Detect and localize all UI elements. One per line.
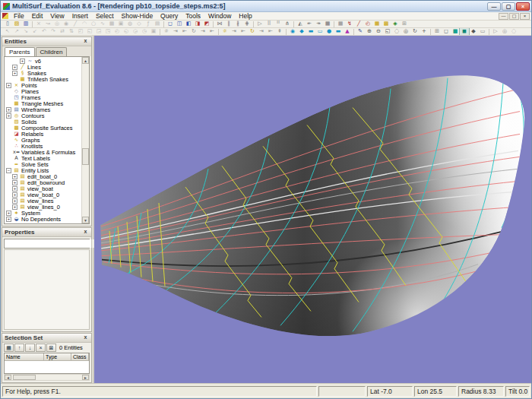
view-layout-single-button[interactable]: ◻: [166, 21, 175, 27]
zoom-in-button[interactable]: ⊕: [365, 28, 374, 35]
view-top-button[interactable]: ▭: [315, 28, 325, 35]
select-pointer-button[interactable]: ▷: [255, 21, 264, 27]
tree-item[interactable]: + ~ v6: [5, 58, 81, 64]
view-side-button[interactable]: ▬: [306, 28, 315, 35]
edit-tool-7-button[interactable]: ⇄: [58, 28, 67, 35]
edit-tool-13-button[interactable]: ◴: [112, 28, 122, 35]
scrollbar-thumb[interactable]: [13, 375, 36, 380]
tree-item[interactable]: ◇ Planes: [5, 88, 81, 94]
pan-view-button[interactable]: +: [420, 28, 429, 35]
tree-expander-icon[interactable]: +: [12, 204, 17, 210]
align-vertical-button[interactable]: ∥: [224, 21, 233, 27]
edit-tool-9-button[interactable]: ◰: [76, 28, 85, 35]
show-list-button[interactable]: ⇤: [266, 28, 275, 35]
remove-item-button[interactable]: ×: [36, 344, 46, 352]
query-point-button[interactable]: ◴: [363, 21, 372, 27]
clear-selection-button[interactable]: ⊠: [46, 344, 56, 352]
tree-scrollbar[interactable]: ▲ ▼: [81, 57, 89, 223]
edit-tool-1-button[interactable]: ↖: [3, 28, 12, 35]
scrollbar-thumb[interactable]: [82, 148, 89, 165]
tree-expander-icon[interactable]: +: [12, 174, 17, 179]
menu-item[interactable]: Show-Hide: [118, 12, 157, 21]
offsets-table-button[interactable]: ▦: [372, 21, 382, 27]
zoom-out-button[interactable]: ⊖: [374, 28, 383, 35]
edit-tool-11-button[interactable]: ◲: [94, 28, 103, 35]
selection-hscrollbar[interactable]: ◄ ►: [4, 374, 90, 381]
tree-expander-icon[interactable]: +: [20, 59, 25, 64]
tree-item[interactable]: + ◒ No Dependents: [5, 216, 81, 222]
save-file-button[interactable]: ▥: [21, 21, 30, 27]
surface-tool-button[interactable]: ◉: [62, 21, 71, 27]
tree-expander-icon[interactable]: +: [12, 186, 17, 192]
background-mode-button[interactable]: ▭: [478, 28, 487, 35]
zoom-window-button[interactable]: ◱: [383, 28, 392, 35]
arc-tool-button[interactable]: ◠: [80, 21, 89, 27]
hide-selected-button[interactable]: ⇥: [171, 28, 180, 35]
circle-tool-button[interactable]: ○: [89, 21, 98, 27]
close-icon[interactable]: x: [82, 38, 89, 45]
label-tool-button[interactable]: ◇: [135, 21, 144, 27]
edit-tool-14-button[interactable]: ◵: [122, 28, 131, 35]
fit-view-button[interactable]: ⋈: [215, 21, 224, 27]
edit-tool-6-button[interactable]: ↷: [49, 28, 58, 35]
view-front-button[interactable]: ◆: [297, 28, 306, 35]
mdi-restore-button[interactable]: ▢: [509, 13, 519, 20]
align-horizontal-button[interactable]: ∦: [233, 21, 242, 27]
menu-item[interactable]: Query: [157, 12, 182, 21]
sketch-pen-button[interactable]: ✎: [356, 28, 365, 35]
scrollbar-track[interactable]: [11, 375, 82, 380]
tree-item[interactable]: + ◎ Contours: [5, 112, 81, 119]
view-home-button[interactable]: ▲: [343, 28, 352, 35]
menu-item[interactable]: Tools: [182, 12, 204, 21]
render-mode-button[interactable]: ◼: [460, 28, 469, 35]
close-icon[interactable]: x: [82, 334, 89, 341]
snake-tool-button[interactable]: ◎: [52, 21, 62, 27]
tree-item[interactable]: ◪ Relabels: [5, 131, 81, 137]
entity-table-button[interactable]: ▦: [336, 21, 345, 27]
select-list-button[interactable]: ▦: [4, 344, 14, 352]
select-all-button[interactable]: ⠛: [274, 21, 283, 27]
tree-expander-icon[interactable]: +: [12, 65, 17, 70]
entities-tab[interactable]: Children: [36, 47, 68, 56]
maximize-button[interactable]: ▢: [502, 2, 515, 11]
edit-tool-12-button[interactable]: ◳: [103, 28, 112, 35]
digitize-button[interactable]: ↯: [345, 21, 354, 27]
view-perspective-button[interactable]: ◉: [288, 28, 297, 35]
menu-item[interactable]: File: [10, 12, 28, 21]
close-icon[interactable]: x: [82, 229, 89, 236]
shaded-mode-button[interactable]: ■: [451, 28, 460, 35]
menu-item[interactable]: Edit: [28, 12, 47, 21]
view-render-window-button[interactable]: ◩: [202, 21, 211, 27]
next-view-button[interactable]: ↠: [314, 21, 323, 27]
report-button[interactable]: ⊞: [400, 21, 409, 27]
show-all-entities-button[interactable]: ☼: [220, 28, 230, 35]
previous-view-button[interactable]: ↞: [305, 21, 314, 27]
grid-snap-button[interactable]: ⋕: [242, 21, 252, 27]
menu-item[interactable]: View: [46, 12, 68, 21]
close-button[interactable]: ×: [516, 2, 530, 11]
scroll-right-icon[interactable]: ►: [82, 375, 89, 380]
view-layout-columns-button[interactable]: ◫: [175, 21, 184, 27]
curve-tool-button[interactable]: ↝: [43, 21, 52, 27]
tree-expander-icon[interactable]: +: [6, 211, 11, 216]
minimize-button[interactable]: —: [487, 2, 501, 11]
scroll-up-icon[interactable]: ▲: [82, 57, 89, 64]
edit-tool-15-button[interactable]: ◶: [131, 28, 140, 35]
texture-mode-button[interactable]: ◆: [469, 28, 478, 35]
move-down-button[interactable]: ↓: [25, 344, 35, 352]
contour-tool-button[interactable]: ◍: [125, 21, 135, 27]
entities-tab[interactable]: Parents: [5, 47, 35, 56]
show-all-button[interactable]: ☼: [162, 28, 171, 35]
viewport-canvas[interactable]: [94, 36, 531, 383]
edit-tool-17-button[interactable]: ▣: [149, 28, 158, 35]
formula-tool-button[interactable]: ƒ: [144, 21, 153, 27]
solid-tool-button[interactable]: ▣: [116, 21, 125, 27]
edit-tool-8-button[interactable]: ⇅: [67, 28, 76, 35]
list-tool-button[interactable]: ▤: [153, 21, 162, 27]
render-viewport[interactable]: [94, 36, 531, 383]
edit-tool-3-button[interactable]: ↘: [21, 28, 30, 35]
hydrostatics-button[interactable]: ▩: [382, 21, 391, 27]
select-fence-button[interactable]: ⠿: [264, 21, 274, 27]
tree-expander-icon[interactable]: +: [6, 113, 11, 119]
view-layout-quad-button[interactable]: ◨: [193, 21, 202, 27]
